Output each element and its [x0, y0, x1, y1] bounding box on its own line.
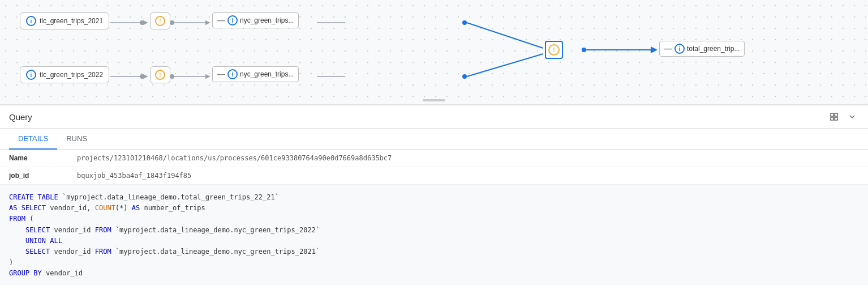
connector-dot-blue-2	[462, 74, 467, 79]
name-label: Name	[0, 150, 68, 167]
collapse-button[interactable]	[845, 110, 859, 124]
bottom-panel: Query DETAILS RUNS Name pr	[0, 105, 868, 285]
panel-actions	[827, 110, 859, 124]
transform-node-2[interactable]: — i nyc_green_trips...	[212, 66, 299, 82]
name-value: projects/123101210468/locations/us/proce…	[68, 150, 868, 167]
detail-row-jobid: job_id bquxjob_453ba4af_1843f194f85	[0, 167, 868, 185]
svg-rect-12	[835, 117, 837, 120]
code-line-7: )	[9, 257, 859, 268]
code-line-2: AS SELECT vendor_id, COUNT(*) AS number_…	[9, 203, 859, 214]
dag-canvas: i tlc_green_trips_2021 ! — i nyc_green_t…	[0, 0, 868, 105]
tabs-bar: DETAILS RUNS	[0, 129, 868, 150]
tab-details[interactable]: DETAILS	[9, 129, 57, 150]
source-icon-2: i	[26, 70, 36, 80]
transform-icon-2: i	[227, 69, 238, 79]
connector-dot-1	[140, 20, 144, 25]
transform-label-2: nyc_green_trips...	[240, 70, 294, 78]
connector-dot-blue-1	[462, 20, 467, 25]
orange-icon-2: !	[155, 70, 165, 80]
panel-header: Query	[0, 105, 868, 129]
source-label-1: tlc_green_trips_2021	[40, 17, 103, 25]
code-line-4: SELECT vendor_id FROM `myproject.data_li…	[9, 225, 859, 236]
connector-dot-union	[582, 48, 586, 52]
transform-node-1[interactable]: — i nyc_green_trips...	[212, 12, 299, 28]
union-icon: !	[548, 44, 560, 56]
output-node[interactable]: — i total_green_trip...	[659, 41, 745, 57]
output-label: total_green_trip...	[687, 45, 740, 53]
transform-label-1: nyc_green_trips...	[240, 16, 294, 24]
svg-rect-9	[831, 113, 833, 116]
job-id-value: bquxjob_453ba4af_1843f194f85	[68, 167, 868, 185]
connector-dot-2	[170, 20, 174, 25]
svg-line-3	[467, 23, 543, 48]
connector-dot-3	[140, 74, 144, 79]
transform-icon-1: i	[227, 15, 238, 25]
code-line-5: UNION ALL	[9, 236, 859, 246]
union-node[interactable]: !	[545, 41, 563, 59]
orange-node-2[interactable]: !	[150, 66, 170, 83]
svg-line-7	[467, 54, 543, 76]
collapse-icon	[848, 112, 857, 121]
svg-rect-10	[835, 113, 837, 116]
connector-dot-4	[170, 74, 174, 79]
code-line-8: GROUP BY vendor_id	[9, 268, 859, 279]
panel-title: Query	[9, 112, 32, 122]
orange-icon-1: !	[155, 16, 165, 26]
detail-row-name: Name projects/123101210468/locations/us/…	[0, 150, 868, 167]
output-icon: i	[674, 44, 685, 54]
source-icon-1: i	[26, 16, 36, 26]
job-id-label: job_id	[0, 167, 68, 185]
resize-button[interactable]	[827, 110, 841, 124]
orange-node-1[interactable]: !	[150, 12, 170, 29]
code-area: CREATE TABLE `myproject.data_lineage_dem…	[0, 185, 868, 285]
dash-icon-2: —	[217, 70, 225, 79]
tab-runs[interactable]: RUNS	[57, 129, 96, 150]
source-node-2[interactable]: i tlc_green_trips_2022	[20, 66, 109, 83]
drag-handle[interactable]	[423, 99, 445, 101]
details-table: Name projects/123101210468/locations/us/…	[0, 150, 868, 185]
code-line-1: CREATE TABLE `myproject.data_lineage_dem…	[9, 192, 859, 203]
resize-icon	[830, 112, 839, 121]
code-line-6: SELECT vendor_id FROM `myproject.data_li…	[9, 246, 859, 257]
code-line-3: FROM (	[9, 214, 859, 224]
dash-icon-1: —	[217, 16, 225, 25]
source-label-2: tlc_green_trips_2022	[40, 71, 103, 79]
source-node-1[interactable]: i tlc_green_trips_2021	[20, 12, 109, 29]
svg-rect-11	[831, 117, 833, 120]
dash-icon-out: —	[664, 44, 672, 53]
